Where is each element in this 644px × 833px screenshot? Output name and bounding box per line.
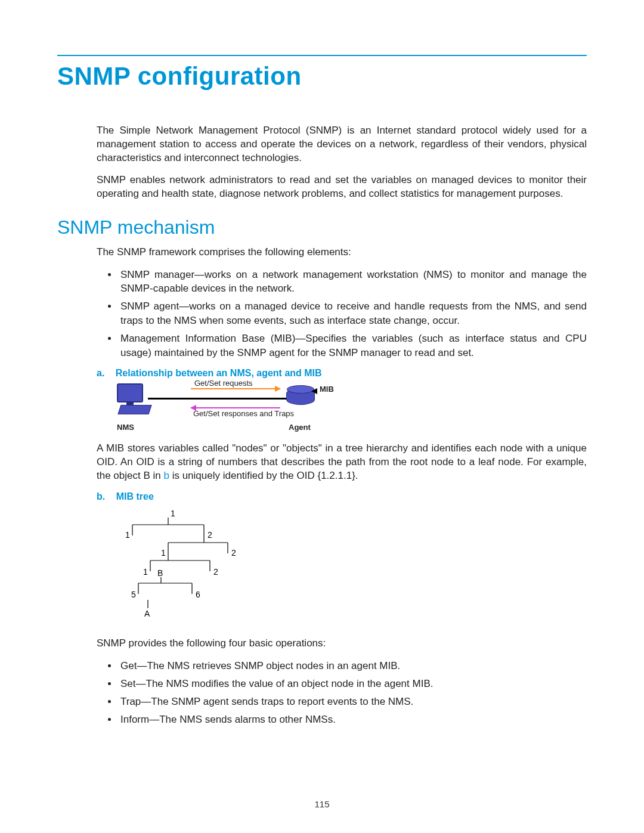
label-requests: Get/Set requests — [194, 379, 253, 388]
figure-b-title: MIB tree — [116, 491, 154, 501]
label-responses: Get/Set responses and Traps — [193, 410, 277, 419]
operations-list: Get—The NMS retrieves SNMP object nodes … — [97, 659, 587, 726]
figure-b-label: b. — [97, 491, 105, 501]
top-rule — [57, 55, 587, 56]
nms-icon — [117, 383, 143, 402]
router-icon — [286, 388, 314, 407]
label-agent: Agent — [289, 423, 311, 432]
intro-paragraph-2: SNMP enables network administrators to r… — [97, 174, 587, 201]
svg-text:2: 2 — [208, 530, 212, 540]
list-item: Get—The NMS retrieves SNMP object nodes … — [118, 659, 587, 673]
mib-para-post: is uniquely identified by the OID {1.2.1… — [169, 470, 358, 481]
svg-text:A: A — [144, 609, 150, 618]
svg-text:5: 5 — [131, 590, 136, 599]
mib-paragraph: A MIB stores variables called "nodes" or… — [97, 442, 587, 483]
arrow-requests — [191, 388, 280, 389]
svg-text:1: 1 — [161, 548, 166, 558]
figure-a-caption: a. Relationship between an NMS, agent an… — [97, 368, 587, 379]
label-mib: MIB — [320, 385, 334, 394]
svg-text:6: 6 — [196, 590, 200, 599]
figure-a-diagram: Get/Set requests Get/Set responses and T… — [117, 383, 587, 433]
section-body: The SNMP framework comprises the followi… — [97, 246, 587, 727]
svg-text:2: 2 — [213, 567, 218, 577]
operations-lead: SNMP provides the following four basic o… — [97, 637, 587, 651]
list-item: Management Information Base (MIB)—Specif… — [118, 332, 587, 360]
figure-a-title: Relationship between an NMS, agent and M… — [116, 368, 322, 378]
list-item: Set—The NMS modifies the value of an obj… — [118, 677, 587, 691]
svg-text:1: 1 — [171, 509, 175, 518]
svg-text:B: B — [157, 568, 163, 578]
elements-lead: The SNMP framework comprises the followi… — [97, 246, 587, 259]
elements-list: SNMP manager—works on a network manageme… — [97, 268, 587, 360]
list-item: Inform—The NMS sends alarms to other NMS… — [118, 713, 587, 727]
label-nms: NMS — [117, 423, 134, 432]
svg-text:2: 2 — [231, 548, 236, 558]
figure-a-label: a. — [97, 368, 104, 378]
section-heading: SNMP mechanism — [57, 216, 587, 239]
figure-b-caption: b. MIB tree — [97, 491, 587, 502]
svg-text:1: 1 — [143, 567, 148, 577]
svg-text:1: 1 — [125, 530, 130, 540]
page-title: SNMP configuration — [57, 62, 587, 91]
mib-para-link[interactable]: b — [163, 470, 169, 481]
page-number: 115 — [0, 799, 644, 809]
list-item: Trap—The SNMP agent sends traps to repor… — [118, 695, 587, 709]
list-item: SNMP manager—works on a network manageme… — [118, 268, 587, 296]
document-page: SNMP configuration The Simple Network Ma… — [0, 0, 644, 833]
connection-line — [148, 398, 286, 400]
intro-block: The Simple Network Management Protocol (… — [97, 124, 587, 201]
figure-b-diagram: 1 1 2 1 2 1 2 B 5 6 A — [114, 507, 587, 626]
list-item: SNMP agent—works on a managed device to … — [118, 299, 587, 328]
arrow-responses — [191, 407, 280, 408]
intro-paragraph-1: The Simple Network Management Protocol (… — [97, 124, 587, 165]
